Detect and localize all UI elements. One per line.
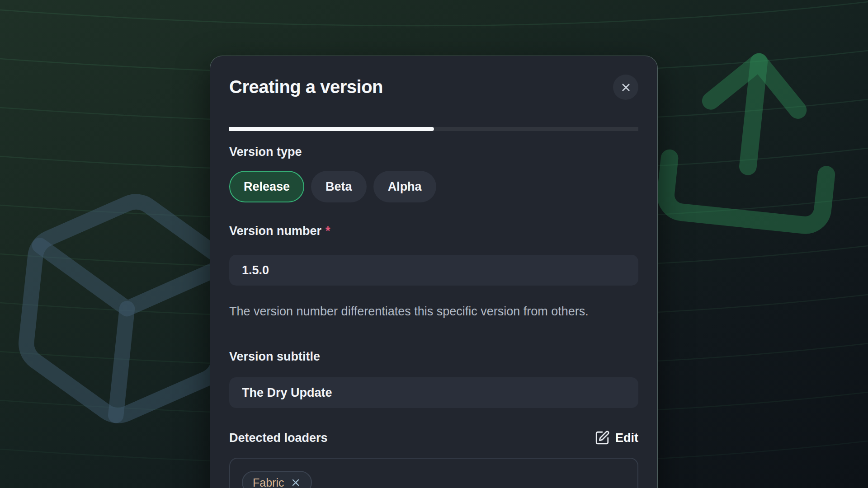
progress-bar (229, 127, 638, 131)
detected-loaders-label: Detected loaders (229, 431, 328, 445)
dialog-body: Version type Release Beta Alpha Version … (210, 145, 657, 488)
version-type-options: Release Beta Alpha (229, 171, 638, 202)
version-type-release-button[interactable]: Release (229, 171, 304, 202)
edit-button[interactable]: Edit (594, 430, 638, 446)
remove-loader-button[interactable] (290, 477, 301, 488)
loader-chip-fabric: Fabric (242, 471, 312, 488)
progress-fill (229, 127, 434, 131)
detected-loaders-row: Detected loaders Edit (229, 430, 638, 446)
version-type-beta-button[interactable]: Beta (311, 171, 367, 202)
close-button[interactable] (613, 75, 638, 100)
loader-chip-label: Fabric (253, 476, 284, 488)
version-subtitle-label: Version subtitle (229, 350, 638, 363)
version-type-alpha-button[interactable]: Alpha (373, 171, 436, 202)
upload-icon (635, 25, 866, 256)
remove-icon (290, 477, 301, 488)
required-asterisk: * (326, 224, 330, 238)
edit-icon (594, 430, 610, 446)
version-number-input[interactable] (229, 255, 638, 286)
create-version-dialog: Creating a version Version type Release … (210, 56, 658, 488)
dialog-header: Creating a version (210, 56, 657, 131)
loaders-container: Fabric (229, 458, 638, 488)
version-number-label: Version number * (229, 224, 638, 238)
edit-button-label: Edit (615, 431, 638, 445)
close-icon (620, 81, 632, 94)
page-title: Creating a version (229, 77, 638, 97)
version-subtitle-input[interactable] (229, 377, 638, 408)
version-number-help: The version number differentiates this s… (229, 301, 623, 321)
version-type-label: Version type (229, 145, 638, 159)
